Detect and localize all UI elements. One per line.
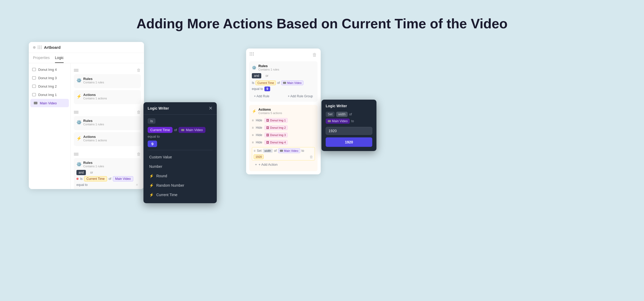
panel-tabs: Properties Logic xyxy=(29,53,144,63)
rules-title-row: ⚙️ Rules Contains 1 rules xyxy=(252,64,315,71)
modal-menu: Custom Value Number ⚡ Round ⚡ Random Num… xyxy=(148,152,213,200)
action-item-hide4: ≡ Hide 🖼 Donut Img 4 xyxy=(252,139,315,146)
and-tag[interactable]: and xyxy=(76,170,86,175)
menu-item-label: Random Number xyxy=(156,183,184,187)
action-target-chip[interactable]: 🖼 Donut Img 3 xyxy=(264,133,288,137)
rule-field[interactable]: Current Time xyxy=(256,80,276,85)
panel-close-dot[interactable] xyxy=(33,46,36,49)
or-tag[interactable]: or xyxy=(263,73,270,78)
add-rule-group-btn[interactable]: + Add Rule Group xyxy=(286,93,315,99)
image-icon xyxy=(32,76,36,80)
tab-logic[interactable]: Logic xyxy=(55,53,64,63)
action-target-label: Donut Img 1 xyxy=(270,119,286,122)
action-prop[interactable]: width xyxy=(263,149,273,153)
rule-element[interactable]: Main Video xyxy=(281,80,303,85)
rlw-to-tag: to xyxy=(351,119,354,123)
rule-dot xyxy=(76,178,79,180)
action-target-chip[interactable]: 🖼 Donut Img 1 xyxy=(264,118,288,123)
sidebar-item-label: Donut Img 4 xyxy=(38,68,57,72)
sidebar-item-donut2[interactable]: Donut Img 2 xyxy=(29,82,70,90)
action-target-chip[interactable]: 🖼 Donut Img 4 xyxy=(264,140,288,145)
sidebar-item-main-video[interactable]: Main Video xyxy=(30,99,69,107)
action-of: of xyxy=(274,149,277,153)
panel-title: Artboard xyxy=(44,45,60,50)
rlw-element-chip[interactable]: Main Video xyxy=(326,119,350,124)
drag-handle[interactable] xyxy=(74,111,79,114)
drag-handle[interactable] xyxy=(74,153,79,155)
logic-writer-modal-center: Logic Writer ✕ Is Current Time of Main V… xyxy=(143,102,217,203)
actions-section-1: ⚡ Actions Contains 1 actions xyxy=(74,90,141,104)
rules-section-1: ⚙️ Rules Contains 1 rules xyxy=(74,74,141,88)
rules-title-3: Rules xyxy=(83,161,104,165)
drag-handle-icon[interactable] xyxy=(250,52,254,56)
modal-close-btn[interactable]: ✕ xyxy=(209,105,213,111)
menu-item-current-time[interactable]: ⚡ Current Time xyxy=(148,190,213,200)
action-handle-icon: ≡ xyxy=(252,141,254,144)
rules-section-3: ⚙️ Rules Contains 1 rules and or Is Curr… xyxy=(74,158,141,189)
actions-header-2: ⚡ Actions Contains 1 actions xyxy=(76,135,138,142)
action-item-hide1: ≡ Hide 🖼 Donut Img 1 xyxy=(252,117,315,124)
rule-of: of xyxy=(277,81,280,85)
action-delete-icon[interactable]: 🗑 xyxy=(309,155,313,159)
rlw-width-tag[interactable]: width xyxy=(336,112,348,117)
action-target-chip[interactable]: 🖼 Donut Img 2 xyxy=(264,125,288,130)
rlw-selected-option[interactable]: 1920 xyxy=(326,137,372,147)
action-handle-icon: ≡ xyxy=(252,126,254,130)
right-rule-actions: + Add Rule + Add Rule Group xyxy=(252,93,315,99)
menu-item-round[interactable]: ⚡ Round xyxy=(148,171,213,181)
actions-title-1: Actions xyxy=(83,93,107,97)
right-panel-delete-icon[interactable]: 🗑 xyxy=(312,52,317,58)
right-logic-writer: Logic Writer Set width of Main Video to … xyxy=(321,100,376,151)
menu-item-number[interactable]: Number xyxy=(148,162,213,171)
delete-icon[interactable]: 🗑 xyxy=(137,110,141,115)
and-tag[interactable]: and xyxy=(252,73,261,78)
rules-header-2: ⚙️ Rules Contains 1 rules xyxy=(76,119,138,126)
add-action-btn[interactable]: + + Add Action xyxy=(252,160,315,169)
add-rule-btn[interactable]: + Add Rule xyxy=(252,93,271,99)
rule-is: Is xyxy=(252,81,254,85)
menu-item-label: Round xyxy=(156,174,167,178)
menu-item-random-number[interactable]: ⚡ Random Number xyxy=(148,181,213,190)
modal-field-chip[interactable]: Current Time xyxy=(148,127,173,133)
action-value-chip[interactable]: 1920 xyxy=(254,154,264,159)
actions-section-count: Contains 5 actions xyxy=(258,111,282,115)
rules-title-2: Rules xyxy=(83,119,104,123)
action-icon: ⚡ xyxy=(76,136,81,141)
left-panel: Artboard Properties Logic Donut Img 4 Do… xyxy=(29,42,144,189)
sidebar-item-donut3[interactable]: Donut Img 3 xyxy=(29,74,70,82)
action-target-label: Donut Img 3 xyxy=(270,133,286,137)
action-keyword: Hide xyxy=(256,133,262,137)
modal-condition-row: Current Time of Main Video equal to xyxy=(148,127,213,138)
right-rule-row: Is Current Time of Main Video equal to 9 xyxy=(252,80,315,91)
rule-row-3: Is Current Time of Main Video equal to ✕ xyxy=(76,175,138,188)
sidebar-item-donut4[interactable]: Donut Img 4 xyxy=(29,65,70,74)
modal-element-chip[interactable]: Main Video xyxy=(179,127,206,133)
actions-section-icon: ⚡ xyxy=(252,109,256,113)
or-tag[interactable]: or xyxy=(88,170,95,175)
rule-is: Is xyxy=(80,177,82,181)
rlw-header: Logic Writer xyxy=(326,104,372,108)
sidebar-item-label: Main Video xyxy=(40,101,57,105)
delete-icon[interactable]: 🗑 xyxy=(137,68,141,73)
action-to: to xyxy=(302,149,304,153)
rule-field[interactable]: Current Time xyxy=(84,176,107,181)
action-element-chip[interactable]: Main Video xyxy=(278,148,300,153)
action-element-label: Main Video xyxy=(284,149,298,152)
sidebar-item-donut1[interactable]: Donut Img 1 xyxy=(29,90,70,99)
delete-icon[interactable]: 🗑 xyxy=(137,152,141,157)
rules-count-3: Contains 1 rules xyxy=(83,165,104,168)
action-keyword: Hide xyxy=(256,126,262,130)
menu-item-custom-value[interactable]: Custom Value xyxy=(148,152,213,162)
action-item-set: ≡ Set width of Main Video to 1920 🗑 xyxy=(252,147,315,160)
delete-rule-icon[interactable]: ✕ xyxy=(136,183,138,187)
rlw-value-input[interactable] xyxy=(326,127,372,135)
tab-properties[interactable]: Properties xyxy=(33,53,50,63)
rule-group-header-1: 🗑 xyxy=(74,66,141,74)
rlw-condition-row: Set width of Main Video to xyxy=(326,112,372,124)
drag-handle[interactable] xyxy=(74,69,79,72)
bolt-icon: ⚡ xyxy=(149,193,154,197)
action-target-label: Donut Img 4 xyxy=(270,141,286,144)
rule-element[interactable]: Main Video xyxy=(113,176,133,181)
modal-title: Logic Writer xyxy=(148,106,169,110)
sidebar-item-label: Donut Img 2 xyxy=(38,84,57,88)
